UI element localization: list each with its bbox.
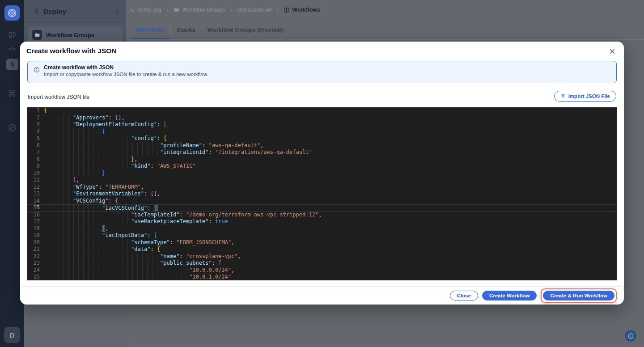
indent-guides	[44, 142, 160, 148]
code-line[interactable]: 6 "profileName": "aws-qa-default",	[27, 142, 617, 149]
create-workflow-json-modal: Create workflow with JSON Create workflo…	[20, 42, 624, 305]
modal-title: Create workflow with JSON	[26, 47, 117, 55]
chevron-right-icon	[165, 8, 169, 12]
breadcrumb-label: demo-org	[137, 7, 161, 13]
indent-guides	[44, 156, 131, 162]
indent-guides	[44, 128, 102, 135]
code-line[interactable]: 17 "useMarketplaceTemplate": true	[27, 218, 617, 225]
rocket-icon	[33, 8, 40, 15]
code-line[interactable]: 15 "iacVCSConfig": {	[27, 204, 617, 212]
code-line[interactable]: 22 "name": "crossplane-vpc",	[27, 253, 617, 260]
rail-divider	[5, 80, 19, 80]
code-line[interactable]: 12 "WfType": "TERRAFORM",	[27, 184, 617, 191]
code-lines: 1{2 "Approvers": [],3 "DeploymentPlatfor…	[27, 107, 617, 280]
create-and-run-workflow-button[interactable]: Create & Run Workflow	[543, 291, 614, 300]
code-line[interactable]: 16 "iacTemplateId": "/demo-org/terraform…	[27, 212, 617, 219]
indent-guides	[44, 190, 73, 197]
collapse-sidebar-icon[interactable]	[114, 8, 120, 14]
line-number: 14	[27, 198, 40, 205]
json-code-editor[interactable]: 1{2 "Approvers": [],3 "DeploymentPlatfor…	[27, 107, 617, 280]
line-number: 7	[27, 149, 40, 156]
code-line[interactable]: 19 "iacInputData": {	[27, 232, 617, 239]
indent-guides	[44, 212, 131, 218]
line-number: 13	[27, 190, 40, 198]
line-number: 25	[27, 274, 40, 280]
import-json-file-button[interactable]: Import JSON File	[554, 91, 616, 102]
line-number: 11	[27, 177, 40, 184]
indent-guides	[44, 274, 189, 280]
code-line[interactable]: 1{	[27, 107, 617, 114]
indent-guides	[44, 253, 160, 259]
code-line[interactable]: 13 "EnvironmentVariables": [],	[27, 190, 617, 198]
text-cursor	[157, 205, 158, 211]
code-line[interactable]: 18 },	[27, 225, 617, 233]
line-number: 2	[27, 114, 40, 122]
code-line[interactable]: 2 "Approvers": [],	[27, 114, 617, 122]
code-line[interactable]: 7 "integrationId": "/integrations/aws-qa…	[27, 149, 617, 156]
code-line[interactable]: 20 "schemaType": "FORM_JSONSCHEMA",	[27, 239, 617, 246]
sidebar-item-workflow-groups[interactable]: Workflow Groups	[28, 26, 123, 43]
indent-guides	[44, 260, 160, 266]
code-line[interactable]: 24 "10.0.0.0/24",	[27, 267, 617, 274]
line-number: 15	[27, 205, 40, 211]
indent-guides	[44, 267, 189, 273]
breadcrumb-label: crossplane-wf	[237, 7, 271, 13]
breadcrumb: demo-orgWorkflow Groupscrossplane-wfWork…	[127, 0, 644, 20]
indent-guides	[44, 184, 73, 190]
user-avatar[interactable]: D	[4, 327, 20, 343]
create-workflow-button[interactable]: Create Workflow	[482, 291, 537, 300]
indent-guides	[44, 135, 131, 141]
import-json-label: Import workflow JSON file	[28, 94, 89, 100]
line-number: 3	[27, 121, 40, 128]
code-line[interactable]: 14 "VCSConfig": {	[27, 198, 617, 205]
line-number: 24	[27, 267, 40, 274]
code-line[interactable]: 5 "config": {	[27, 135, 617, 142]
line-number: 18	[27, 225, 40, 233]
code-line[interactable]: 23 "public_subnets": [	[27, 260, 617, 267]
rail-divider	[5, 111, 19, 111]
rocket-icon[interactable]	[6, 59, 18, 70]
app-logo[interactable]	[4, 5, 20, 21]
indent-guides	[44, 198, 73, 204]
breadcrumb-label: Workflows	[292, 7, 320, 13]
breadcrumb-item[interactable]: Workflows	[284, 7, 320, 13]
code-line[interactable]: 8 },	[27, 156, 617, 163]
sidebar-item-label: Workflow Groups	[46, 32, 94, 38]
code-line[interactable]: 11 ],	[27, 177, 617, 184]
chevron-right-icon	[275, 8, 280, 12]
close-button[interactable]: Close	[450, 291, 478, 300]
breadcrumb-item[interactable]: Workflow Groups	[174, 7, 225, 13]
line-number: 22	[27, 253, 40, 260]
code-line[interactable]: 4 {	[27, 128, 617, 135]
code-line[interactable]: 3 "DeploymentPlatformConfig": [	[27, 121, 617, 128]
indent-guides	[44, 114, 73, 121]
indent-guides	[44, 163, 131, 169]
sidebar-title: Deploy	[43, 8, 66, 15]
breadcrumb-label: Workflow Groups	[182, 7, 225, 13]
indent-guides	[44, 246, 131, 252]
code-line[interactable]: 21 "data": {	[27, 246, 617, 253]
breadcrumb-item[interactable]: demo-org	[129, 7, 161, 13]
tab-workflow-groups-preview[interactable]: Workflow Groups (Preview)	[201, 20, 289, 39]
sidebar-header: Deploy	[24, 0, 126, 23]
code-line[interactable]: 9 "kind": "AWS_STATIC"	[27, 163, 617, 170]
breadcrumb-item[interactable]: crossplane-wf	[237, 7, 271, 13]
tab-workflows[interactable]: Workflows	[129, 20, 170, 39]
line-number: 9	[27, 163, 40, 170]
code-line[interactable]: 25 "10.0.1.0/24"	[27, 274, 617, 280]
help-button[interactable]	[625, 330, 636, 342]
code-line[interactable]: 10 }	[27, 170, 617, 177]
indent-guides	[44, 205, 102, 211]
close-icon[interactable]	[606, 46, 618, 57]
line-number: 12	[27, 184, 40, 191]
indent-guides	[44, 170, 102, 176]
info-banner: Create workflow with JSON Import or copy…	[27, 61, 617, 83]
folder-icon	[174, 7, 180, 13]
tab-stacks[interactable]: Stacks	[171, 20, 201, 39]
stacks-icon[interactable]	[0, 30, 24, 40]
annotation-highlight-box: Create & Run Workflow	[541, 288, 617, 303]
line-number: 21	[27, 246, 40, 253]
line-number: 20	[27, 239, 40, 246]
line-number: 19	[27, 232, 40, 239]
line-number: 23	[27, 260, 40, 267]
